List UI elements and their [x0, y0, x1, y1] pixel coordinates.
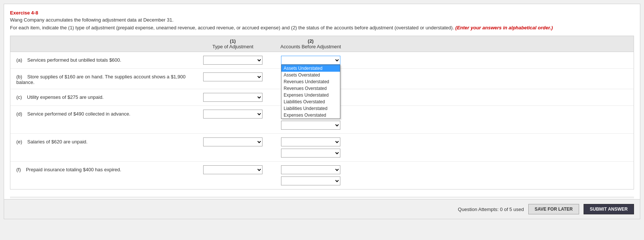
- row-a-label: (a) Services performed but unbilled tota…: [10, 56, 196, 63]
- row-f-label: (f) Prepaid insurance totaling $400 has …: [10, 165, 196, 172]
- instruction-text: For each item, indicate the (1) type of …: [10, 25, 634, 30]
- row-d-accounts-select-2[interactable]: Assets Understated Assets Overstated Rev…: [281, 121, 340, 130]
- footer-row: Question Attempts: 0 of 5 used SAVE FOR …: [4, 199, 640, 219]
- row-e-accounts-select-1[interactable]: Assets Understated Assets Overstated Rev…: [281, 137, 340, 146]
- intro-text: Wang Company accumulates the following a…: [10, 17, 634, 23]
- dd-item-expenses-understated[interactable]: Expenses Understated: [281, 92, 340, 98]
- table-row: (a) Services performed but unbilled tota…: [10, 52, 634, 69]
- row-b-type-select[interactable]: Accrued Revenue Accrued Expense Prepaid …: [203, 72, 262, 81]
- main-container: Exercise 4-8 Wang Company accumulates th…: [4, 4, 640, 219]
- table-header: (1) Type of Adjustment (2) Accounts Befo…: [10, 36, 634, 52]
- dd-item-liabilities-understated[interactable]: Liabilities Understated: [281, 105, 340, 112]
- submit-answer-button[interactable]: SUBMIT ANSWER: [584, 204, 634, 214]
- row-b-type-col: Accrued Revenue Accrued Expense Prepaid …: [196, 72, 270, 81]
- col1-header: (1) Type of Adjustment: [196, 38, 270, 49]
- row-e-type-select[interactable]: Accrued Revenue Accrued Expense Prepaid …: [203, 137, 262, 146]
- row-d-type-select[interactable]: Accrued Revenue Accrued Expense Prepaid …: [203, 110, 262, 119]
- row-a-type-select[interactable]: Accrued Revenue Accrued Expense Prepaid …: [203, 56, 262, 65]
- col2-header: (2) Accounts Before Adjustment: [270, 38, 351, 49]
- question-table: (1) Type of Adjustment (2) Accounts Befo…: [10, 36, 634, 189]
- row-e-label: (e) Salaries of $620 are unpaid.: [10, 137, 196, 145]
- exercise-title: Exercise 4-8: [10, 10, 634, 16]
- instruction-suffix: (Enter your answers in alphabetical orde…: [455, 25, 553, 30]
- row-c-type-col: Accrued Revenue Accrued Expense Prepaid …: [196, 93, 270, 102]
- row-c-label: (c) Utility expenses of $275 are unpaid.: [10, 93, 196, 100]
- row-e-accounts-select-2[interactable]: Assets Understated Assets Overstated Rev…: [281, 149, 340, 158]
- row-a-accounts-dropdown-container: Assets Understated Assets Overstated Rev…: [281, 56, 340, 65]
- save-for-later-button[interactable]: SAVE FOR LATER: [528, 204, 579, 214]
- table-row: (f) Prepaid insurance totaling $400 has …: [10, 162, 634, 189]
- dd-item-liabilities-overstated[interactable]: Liabilities Overstated: [281, 98, 340, 105]
- instruction-prefix: For each item, indicate the (1) type of …: [10, 25, 454, 30]
- dd-item-expenses-overstated[interactable]: Expenses Overstated: [281, 112, 340, 119]
- row-a-dropdown-list: Assets Understated Assets Overstated Rev…: [281, 65, 340, 119]
- row-a-accounts-col: Assets Understated Assets Overstated Rev…: [270, 56, 351, 65]
- row-a-accounts-select-1[interactable]: [281, 56, 340, 65]
- row-f-accounts-col: Assets Understated Assets Overstated Rev…: [270, 165, 351, 185]
- row-e-accounts-col: Assets Understated Assets Overstated Rev…: [270, 137, 351, 158]
- row-e-type-col: Accrued Revenue Accrued Expense Prepaid …: [196, 137, 270, 146]
- col-label-header: [10, 38, 196, 49]
- dd-item-assets-overstated[interactable]: Assets Overstated: [281, 72, 340, 78]
- row-d-type-col: Accrued Revenue Accrued Expense Prepaid …: [196, 110, 270, 119]
- row-b-label: (b) Store supplies of $160 are on hand. …: [10, 72, 196, 85]
- table-row: (e) Salaries of $620 are unpaid. Accrued…: [10, 134, 634, 162]
- attempts-text: Question Attempts: 0 of 5 used: [458, 207, 524, 212]
- dd-item-revenues-understated[interactable]: Revenues Understated: [281, 78, 340, 85]
- row-c-type-select[interactable]: Accrued Revenue Accrued Expense Prepaid …: [203, 93, 262, 102]
- dd-item-assets-understated[interactable]: Assets Understated: [281, 65, 340, 72]
- row-f-type-select[interactable]: Accrued Revenue Accrued Expense Prepaid …: [203, 165, 262, 174]
- row-a-type-col: Accrued Revenue Accrued Expense Prepaid …: [196, 56, 270, 65]
- dd-item-revenues-overstated[interactable]: Revenues Overstated: [281, 85, 340, 92]
- row-f-accounts-select-1[interactable]: Assets Understated Assets Overstated Rev…: [281, 165, 340, 174]
- row-f-type-col: Accrued Revenue Accrued Expense Prepaid …: [196, 165, 270, 174]
- row-d-label: (d) Service performed of $490 collected …: [10, 110, 196, 117]
- row-f-accounts-select-2[interactable]: Assets Understated Assets Overstated Rev…: [281, 176, 340, 185]
